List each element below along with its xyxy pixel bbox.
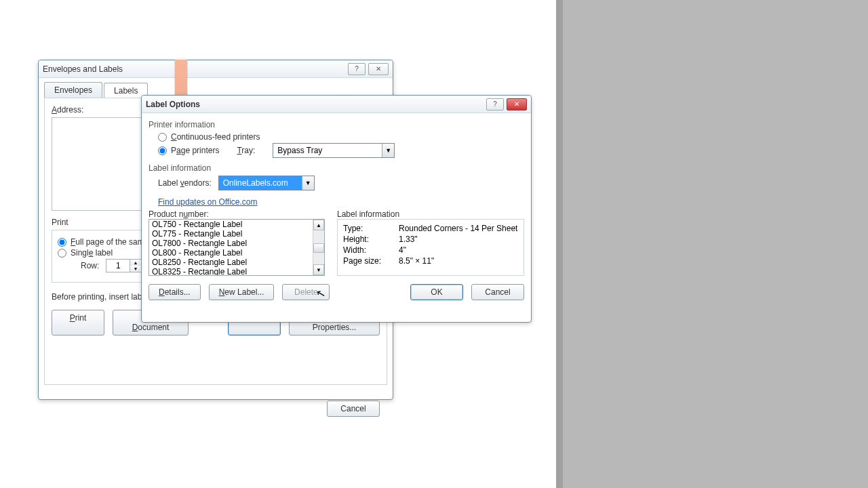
- product-number-listbox[interactable]: OL750 - Rectangle Label OL775 - Rectangl…: [149, 219, 325, 276]
- radio-page-printers-label: Page printers: [171, 146, 219, 155]
- tray-select-value: Bypass Tray: [273, 144, 382, 157]
- label-info-box: Type: Rounded Corners - 14 Per Sheet Hei…: [337, 219, 524, 276]
- scroll-up-button[interactable]: ▲: [313, 220, 324, 230]
- row-spinner[interactable]: ▲▼: [106, 259, 142, 272]
- label-info-subheader: Label information: [337, 209, 524, 219]
- radio-continuous-feed[interactable]: [158, 133, 167, 142]
- close-button[interactable]: ✕: [368, 63, 389, 75]
- radio-single-label-label: Single label: [71, 248, 113, 258]
- help-button[interactable]: ?: [348, 63, 366, 75]
- list-item[interactable]: OL800 - Rectangle Label: [149, 248, 313, 258]
- label-options-cancel-button[interactable]: Cancel: [471, 284, 524, 300]
- tab-envelopes-label: Envelopes: [54, 85, 92, 95]
- scroll-down-button[interactable]: ▼: [313, 264, 324, 275]
- vendors-select-value: OnlineLabels.com: [219, 176, 302, 190]
- scroll-thumb[interactable]: [313, 243, 324, 253]
- print-button[interactable]: Print: [52, 310, 104, 336]
- row-spin-up[interactable]: ▲: [130, 260, 140, 266]
- label-options-titlebar: Label Options ? ✕: [142, 96, 531, 113]
- listbox-scrollbar[interactable]: ▲ ▼: [313, 220, 324, 275]
- radio-page-printers[interactable]: [158, 146, 167, 155]
- find-updates-link[interactable]: Find updates on Office.com: [158, 197, 258, 207]
- label-options-dialog: Label Options ? ✕ Printer information Co…: [141, 95, 532, 323]
- label-options-body: Printer information Continuous-feed prin…: [142, 113, 531, 307]
- info-height-label: Height:: [343, 235, 399, 244]
- list-item[interactable]: OL750 - Rectangle Label: [149, 220, 313, 229]
- tray-select-dropdown-button[interactable]: ▼: [382, 144, 394, 157]
- product-number-label: Product number:: [149, 209, 325, 219]
- list-item[interactable]: OL775 - Rectangle Label: [149, 229, 313, 239]
- info-width-value: 4": [399, 245, 518, 255]
- cancel-button[interactable]: Cancel: [327, 401, 380, 417]
- app-background-right-inner: [563, 0, 868, 488]
- info-type-value: Rounded Corners - 14 Per Sheet: [399, 224, 518, 233]
- info-page-value: 8.5" × 11": [399, 256, 518, 266]
- tray-label: Tray:: [237, 146, 255, 155]
- tab-envelopes[interactable]: Envelopes: [44, 82, 102, 98]
- new-label-button[interactable]: New Label...: [209, 284, 275, 300]
- label-options-close-button[interactable]: ✕: [507, 98, 527, 110]
- printer-info-header: Printer information: [149, 120, 524, 129]
- radio-continuous-feed-label: Continuous-feed printers: [171, 132, 260, 142]
- row-input[interactable]: [106, 260, 130, 271]
- tab-labels-label: Labels: [114, 86, 138, 96]
- label-options-title-text: Label Options: [146, 100, 484, 109]
- info-page-label: Page size:: [343, 256, 399, 266]
- details-button[interactable]: Details...: [149, 284, 201, 300]
- product-number-items: OL750 - Rectangle Label OL775 - Rectangl…: [149, 220, 313, 275]
- vendors-select-dropdown-button[interactable]: ▼: [302, 176, 314, 190]
- vendors-label: Label vendors:: [158, 178, 212, 188]
- list-item[interactable]: OL7800 - Rectangle Label: [149, 239, 313, 248]
- list-item[interactable]: OL8250 - Rectangle Label: [149, 258, 313, 267]
- row-label: Row:: [81, 261, 99, 270]
- info-width-label: Width:: [343, 245, 399, 255]
- app-background-right: [556, 0, 868, 488]
- dialog-title-text: Envelopes and Labels: [43, 64, 345, 74]
- info-type-label: Type:: [343, 224, 399, 233]
- ok-button[interactable]: OK: [410, 284, 463, 300]
- list-item[interactable]: OL8325 - Rectangle Label: [149, 267, 313, 275]
- tray-select[interactable]: Bypass Tray ▼: [273, 143, 395, 158]
- row-spin-down[interactable]: ▼: [130, 266, 140, 272]
- vendors-select[interactable]: OnlineLabels.com ▼: [218, 176, 315, 190]
- scroll-track[interactable]: [313, 230, 324, 264]
- info-height-value: 1.33": [399, 235, 518, 244]
- radio-single-label[interactable]: [58, 249, 66, 258]
- label-options-help-button[interactable]: ?: [486, 98, 504, 110]
- radio-full-page[interactable]: [58, 238, 66, 247]
- dialog-titlebar: Envelopes and Labels ? ✕: [39, 60, 393, 78]
- label-info-header: Label information: [149, 163, 524, 173]
